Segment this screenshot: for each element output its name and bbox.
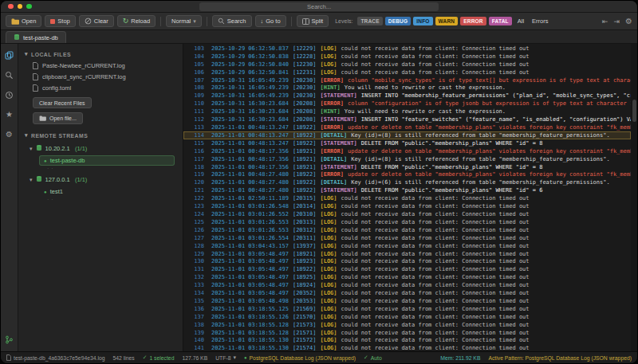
search-button[interactable]: Search <box>212 15 252 27</box>
log-row[interactable]: 1352025-11-01 03:05:48.498[20353][LOG]co… <box>183 297 631 305</box>
log-row[interactable]: 1282025-11-01 03:04:43.157[13937][LOG]co… <box>183 242 631 250</box>
log-row[interactable]: 1202025-11-01 00:48:27.480[18922][DETAIL… <box>183 178 631 186</box>
close-window-button[interactable] <box>8 4 14 10</box>
scrollbar-thumb[interactable] <box>632 100 636 122</box>
log-row[interactable]: 1122025-10-31 16:30:23.684[20208][STATEM… <box>183 115 631 123</box>
history-panel-icon[interactable] <box>4 89 15 100</box>
log-row[interactable]: 1312025-11-01 03:05:48.497[18922][LOG]co… <box>183 265 631 273</box>
log-row[interactable]: 1222025-11-01 02:50:11.189[20315][LOG]co… <box>183 194 631 202</box>
log-row[interactable]: 1062025-10-29 06:32:50.841[12231][LOG]co… <box>183 68 631 76</box>
log-row[interactable]: 1322025-11-01 03:05:48.497[18925][LOG]co… <box>183 273 631 281</box>
open-button[interactable]: Open <box>6 15 41 27</box>
log-row[interactable]: 1302025-11-01 03:05:48.497[18923][LOG]co… <box>183 257 631 265</box>
log-row[interactable]: 1372025-11-01 03:18:55.126[21570][LOG]co… <box>183 313 631 321</box>
level-tag: [LOG] <box>320 314 337 320</box>
log-row[interactable]: 1242025-11-01 03:01:26.552[20310][LOG]co… <box>183 210 631 218</box>
local-file-item[interactable]: Paste-Newbee_rCURRENT.log <box>18 60 183 71</box>
encoding-dropdown[interactable]: UTF-8 ▾ <box>215 354 236 361</box>
line-number: 110 <box>185 100 204 107</box>
log-message: INSERT INTO "membership_feature_permissi… <box>361 92 631 99</box>
log-row[interactable]: 1042025-10-29 06:32:50.838[12228][LOG]co… <box>183 53 631 61</box>
global-search-placeholder: Search... <box>307 3 331 10</box>
log-row[interactable]: 1272025-11-01 03:01:26.554[20311][LOG]co… <box>183 234 631 242</box>
level-filter-error[interactable]: ERROR <box>460 17 486 25</box>
log-row[interactable]: 1162025-11-01 00:48:17.356[18921][ERROR]… <box>183 147 631 155</box>
log-row[interactable]: 1332025-11-01 03:05:48.497[18924][LOG]co… <box>183 281 631 289</box>
log-row[interactable]: 1342025-11-01 03:05:48.497[20352][LOG]co… <box>183 289 631 297</box>
local-file-item[interactable]: clipboard_sync_rCURRENT.log <box>18 71 183 82</box>
minimize-window-button[interactable] <box>18 4 23 10</box>
log-row[interactable]: 1112025-10-31 16:30:23.684[20208][HINT]Y… <box>183 108 631 115</box>
stop-button[interactable]: Stop <box>45 15 75 27</box>
tab-test-paste-db[interactable]: test-paste-db <box>6 31 66 43</box>
level-filter-warn[interactable]: WARN <box>435 17 459 25</box>
auto-detect-indicator[interactable]: ✓ Auto <box>364 354 382 361</box>
document-icon <box>33 84 38 92</box>
log-message: could not receive data from client: Conn… <box>341 345 530 351</box>
goto-button[interactable]: ↓ Go to <box>255 15 286 27</box>
level-filter-trace[interactable]: TRACE <box>357 17 382 25</box>
reload-button[interactable]: ↻ Reload <box>117 15 156 27</box>
log-message: update or delete on table "membership_pl… <box>348 148 631 155</box>
clear-button[interactable]: Clear <box>79 15 114 27</box>
stream-detail-dots: ·· <box>18 197 183 203</box>
log-message: could not receive data from client: Conn… <box>341 235 530 241</box>
log-row[interactable]: 1102025-10-31 16:30:23.684[20208][ERROR]… <box>183 100 631 108</box>
log-row[interactable]: 1262025-11-01 03:01:26.553[20312][LOG]co… <box>183 226 631 234</box>
log-row[interactable]: 1092025-10-31 16:05:49.239[20230][STATEM… <box>183 92 631 100</box>
log-row[interactable]: 1072025-10-31 16:05:49.239[20230][ERROR]… <box>183 76 631 84</box>
line-number: 125 <box>185 219 204 225</box>
log-row[interactable]: 1402025-11-01 03:18:55.130[21572][LOG]co… <box>183 337 631 345</box>
log-row[interactable]: 1292025-11-01 03:05:48.497[18921][LOG]co… <box>183 250 631 258</box>
format-indicator[interactable]: ● PostgreSQL Database Log (JSON wrapped) <box>244 355 356 361</box>
favorites-panel-icon[interactable]: ★ <box>4 109 15 120</box>
log-row[interactable]: 1392025-11-01 03:18:55.128[21571][LOG]co… <box>183 329 631 337</box>
stream-item[interactable]: ●test1 <box>39 186 175 197</box>
log-row[interactable]: 1132025-11-01 00:48:13.247[18922][ERROR]… <box>183 123 631 131</box>
log-row[interactable]: 1172025-11-01 00:48:17.356[18921][DETAIL… <box>183 155 631 163</box>
connection-status-icon[interactable] <box>4 334 15 345</box>
jump-last-button[interactable]: ⇥ <box>613 18 620 25</box>
level-filter-info[interactable]: INFO <box>413 17 432 25</box>
split-button[interactable]: Split <box>297 15 329 27</box>
log-row[interactable]: 1142025-11-01 00:48:13.247[18922][DETAIL… <box>183 131 631 139</box>
stream-item[interactable]: ●test-paste-db <box>39 155 175 166</box>
level-filter-fatal[interactable]: FATAL <box>489 17 512 25</box>
open-file-button[interactable]: Open file... <box>33 112 83 124</box>
files-panel-icon[interactable] <box>4 49 15 61</box>
stream-host[interactable]: ▾10.20.2.1 (1/1) <box>18 141 183 155</box>
filter-all-button[interactable]: All <box>515 18 526 25</box>
log-row[interactable]: 1382025-11-01 03:18:55.128[21573][LOG]co… <box>183 321 631 329</box>
line-number: 124 <box>185 211 204 217</box>
log-row[interactable]: 1182025-11-01 00:48:17.356[18921][STATEM… <box>183 163 631 171</box>
log-row[interactable]: 1052025-10-29 06:32:50.840[12230][LOG]co… <box>183 61 631 68</box>
log-row[interactable]: 1082025-10-31 16:05:49.239[20230][HINT]Y… <box>183 84 631 92</box>
stream-host[interactable]: ▾127.0.0.1 (1/1) <box>18 172 183 186</box>
line-number: 134 <box>185 290 204 296</box>
log-row[interactable]: 1152025-11-01 00:48:13.247[18922][STATEM… <box>183 139 631 147</box>
log-message: could not receive data from client: Conn… <box>341 53 530 60</box>
level-filter-debug[interactable]: DEBUG <box>385 17 411 25</box>
chevron-down-icon: ▾ <box>193 18 196 25</box>
log-row[interactable]: 1232025-11-01 03:01:26.548[20314][LOG]co… <box>183 202 631 210</box>
log-row[interactable]: 1032025-10-29 06:32:50.837[12229][LOG]co… <box>183 45 631 53</box>
filter-errors-button[interactable]: Errors <box>530 18 550 25</box>
search-panel-icon[interactable] <box>4 69 15 80</box>
log-row[interactable]: 1192025-11-01 00:48:27.480[18922][ERROR]… <box>183 171 631 179</box>
settings-gear-icon[interactable]: ⚙ <box>625 17 632 25</box>
log-message: could not receive data from client: Conn… <box>341 251 530 257</box>
log-scrollbar[interactable] <box>631 44 637 351</box>
local-file-item[interactable]: config.toml <box>18 82 183 93</box>
global-search-input[interactable]: Search... <box>199 2 439 11</box>
local-files-header[interactable]: ▾ LOCAL FILES <box>18 48 183 60</box>
settings-panel-icon[interactable]: ⚙ <box>4 129 15 140</box>
log-row[interactable]: 1362025-11-01 03:18:55.125[21569][LOG]co… <box>183 305 631 313</box>
remote-streams-header[interactable]: ▾ REMOTE STREAMS <box>18 129 183 141</box>
log-row[interactable]: 1412025-11-01 03:18:55.130[21574][LOG]co… <box>183 344 631 351</box>
zoom-window-button[interactable] <box>26 4 32 10</box>
view-mode-dropdown[interactable]: Normal ▾ <box>166 15 202 27</box>
log-row[interactable]: 1252025-11-01 03:01:26.553[20313][LOG]co… <box>183 218 631 226</box>
log-row[interactable]: 1212025-11-01 00:48:27.480[18922][STATEM… <box>183 186 631 194</box>
jump-first-button[interactable]: ⇤ <box>602 18 608 25</box>
clear-recent-files-button[interactable]: Clear Recent Files <box>33 97 92 108</box>
